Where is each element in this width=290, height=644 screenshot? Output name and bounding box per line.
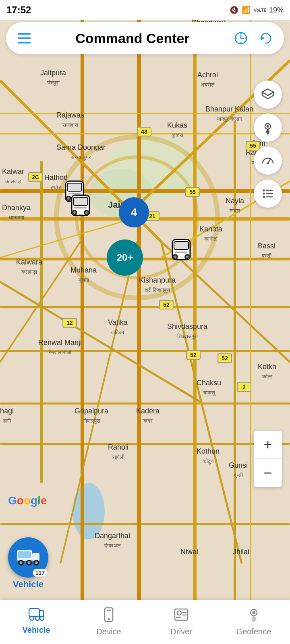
nav-item-vehicle[interactable]: Vehicle xyxy=(0,604,72,635)
road-shield-2: 2 xyxy=(237,382,251,392)
map-label-kotkh: Kotkhकोल्ट xyxy=(258,362,276,381)
nav-label-driver: Driver xyxy=(170,627,192,636)
map-label-kalwara: Kalwaraकलवाड़ा xyxy=(16,258,42,277)
nav-item-driver[interactable]: Driver xyxy=(145,604,218,636)
map-area[interactable]: Samod Chandwajiचांदवाजी Jaitpuraजैतपुरा … xyxy=(0,0,290,600)
road-shield-55-2: 55 xyxy=(185,187,200,197)
header: Command Center xyxy=(6,22,284,54)
cluster-marker-20plus[interactable]: 20+ xyxy=(107,239,143,276)
car-icon-3[interactable] xyxy=(169,237,193,263)
svg-point-96 xyxy=(253,611,255,614)
layers-button[interactable] xyxy=(254,80,282,109)
svg-rect-75 xyxy=(18,551,31,558)
map-label-kishanpura: Kishanpuraश्री किशनपुरा xyxy=(139,276,176,295)
svg-rect-17 xyxy=(193,0,197,600)
map-label-jaitpura: Jaitpuraजैतपुरा xyxy=(40,68,66,87)
svg-rect-33 xyxy=(67,183,82,191)
vehicle-fab-count: 117 xyxy=(33,569,48,577)
status-bar: 17:52 🔇 📶 VoLTE 19% xyxy=(0,0,290,20)
map-label-bhanpur: Bhanpur Kalanभानपुर कलान xyxy=(205,105,253,124)
google-logo: Google xyxy=(8,494,47,507)
nav-label-device: Device xyxy=(96,627,121,636)
zoom-out-button[interactable]: − xyxy=(254,459,282,487)
geofence-nav-icon xyxy=(247,607,261,625)
vehicle-nav-icon xyxy=(29,607,44,624)
map-label-chaksu: Chaksuचाकसू xyxy=(197,378,221,397)
svg-rect-7 xyxy=(0,189,290,193)
menu-button[interactable] xyxy=(14,28,34,48)
vehicle-fab[interactable]: 117 Vehicle xyxy=(8,537,48,590)
map-label-kalwar: Kalwarकालवाड़ xyxy=(2,167,24,186)
svg-point-51 xyxy=(186,256,188,258)
battery-icon: 19% xyxy=(269,6,284,14)
speedometer-button[interactable] xyxy=(254,147,282,175)
map-label-kothun: Kothunकोठून xyxy=(197,447,220,466)
nav-item-device[interactable]: Device xyxy=(72,604,145,636)
clock-button[interactable] xyxy=(231,28,251,48)
status-time: 17:52 xyxy=(6,4,31,16)
map-label-rajawas: Rajawasराजावास xyxy=(56,111,84,130)
nav-label-vehicle: Vehicle xyxy=(23,625,50,635)
zoom-controls: + − xyxy=(254,431,282,487)
svg-marker-72 xyxy=(261,36,265,40)
map-label-achrol: Achrolअचरोल xyxy=(197,70,218,89)
svg-rect-13 xyxy=(0,443,290,445)
truck-icon xyxy=(16,547,40,569)
refresh-button[interactable] xyxy=(256,28,276,48)
map-label-shivdaspura: Shivdaspuraशिवदासपुरा xyxy=(167,322,207,341)
svg-rect-52 xyxy=(175,252,187,253)
device-nav-icon xyxy=(102,607,116,625)
zoom-in-button[interactable]: + xyxy=(254,431,282,459)
svg-point-81 xyxy=(35,561,38,564)
vehicle-fab-label: Vehicle xyxy=(13,579,44,590)
map-label-kukas: Kukasकुकस xyxy=(167,121,187,140)
svg-rect-19 xyxy=(40,161,43,483)
svg-text:VoLTE: VoLTE xyxy=(254,8,266,12)
svg-point-50 xyxy=(174,256,176,258)
map-label-vatika: Vatikaवाटिका xyxy=(108,318,128,337)
car-icon-2[interactable] xyxy=(68,193,93,219)
cluster-marker-4[interactable]: 4 xyxy=(119,197,149,227)
svg-rect-82 xyxy=(29,609,39,617)
location-pin-button[interactable] xyxy=(254,114,282,142)
svg-point-68 xyxy=(240,33,242,34)
status-icons: 🔇 📶 VoLTE 19% xyxy=(230,5,284,15)
road-shield-52-1: 52 xyxy=(159,300,174,310)
svg-rect-45 xyxy=(75,207,87,208)
vehicle-fab-button[interactable]: 117 xyxy=(8,537,48,578)
menu-bar-3 xyxy=(18,42,31,43)
menu-bar-1 xyxy=(18,33,31,35)
svg-point-61 xyxy=(263,196,265,198)
svg-rect-9 xyxy=(0,258,290,260)
nav-item-geofence[interactable]: Geofence xyxy=(218,604,290,636)
svg-rect-12 xyxy=(0,402,290,405)
signal-icon: VoLTE xyxy=(254,5,266,15)
map-label-raholi: Raholiराहोली xyxy=(108,443,128,462)
map-label-niwai: Niwai xyxy=(180,547,198,557)
header-actions xyxy=(231,28,276,48)
road-shield-12: 12 xyxy=(62,318,77,328)
map-label-muhana: Muhanaमुहाना xyxy=(70,266,97,285)
bottom-navigation: Vehicle Device Driver Geofence xyxy=(0,600,290,644)
svg-rect-92 xyxy=(176,617,181,618)
header-title: Command Center xyxy=(75,31,189,46)
wifi-icon: 📶 xyxy=(242,6,251,14)
map-label-dangarthal: Dangarthalदंगारथल xyxy=(95,531,130,550)
map-label-kanota: Kanotaकानोता xyxy=(199,225,222,244)
road-shield-52-2: 52 xyxy=(186,350,201,360)
nav-label-geofence: Geofence xyxy=(236,627,271,636)
svg-point-70 xyxy=(235,37,237,39)
list-view-button[interactable] xyxy=(254,180,282,208)
map-label-jhilai: Jhilai xyxy=(233,547,249,557)
svg-rect-29 xyxy=(250,0,251,600)
svg-rect-18 xyxy=(234,121,236,600)
svg-point-60 xyxy=(263,193,265,195)
svg-rect-47 xyxy=(174,242,188,250)
svg-marker-54 xyxy=(262,92,273,99)
driver-nav-icon xyxy=(174,607,189,625)
map-background xyxy=(0,0,290,600)
svg-point-56 xyxy=(267,125,269,128)
map-label-bassi: Bassiबस्सी xyxy=(258,242,276,260)
svg-rect-74 xyxy=(32,553,39,561)
road-shield-52-3: 52 xyxy=(218,353,232,363)
